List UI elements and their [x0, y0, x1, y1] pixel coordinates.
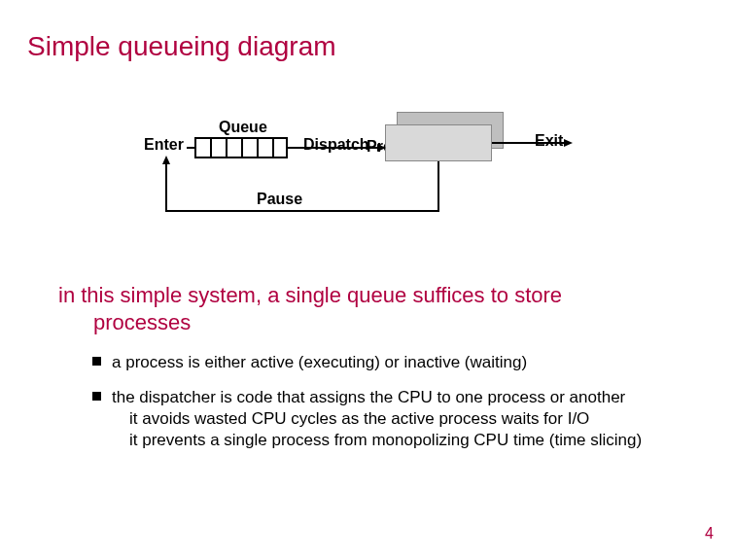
line-processor-to-exit — [492, 142, 566, 144]
bullet-2: the dispatcher is code that assigns the … — [92, 387, 685, 451]
queueing-diagram: Enter Queue Dispatch Processor Exit Paus… — [0, 0, 735, 560]
line-feedback-up — [165, 163, 167, 212]
body-paragraph: in this simple system, a single queue su… — [58, 282, 681, 335]
queue-box — [194, 137, 288, 158]
label-pause: Pause — [257, 191, 302, 208]
line-feedback-down — [438, 161, 439, 212]
processor-box-back — [397, 112, 504, 149]
slide-title: Simple queueing diagram — [27, 31, 336, 62]
label-dispatch: Dispatch — [303, 136, 369, 154]
bullet-2-text: the dispatcher is code that assigns the … — [112, 388, 625, 406]
bullet-1: a process is either active (executing) o… — [92, 352, 685, 373]
label-enter: Enter — [144, 136, 184, 154]
label-exit: Exit — [535, 132, 563, 150]
body-line-1: in this simple system, a single queue su… — [58, 283, 562, 307]
arrow-dispatch — [377, 144, 386, 152]
processor-box-front — [385, 124, 492, 161]
line-feedback-across — [165, 210, 439, 212]
arrow-feedback — [162, 156, 170, 164]
line-enter-to-queue — [187, 147, 194, 149]
bullet-list: a process is either active (executing) o… — [92, 352, 685, 465]
bullet-2-sub1: it avoids wasted CPU cycles as the activ… — [112, 408, 685, 430]
arrow-exit — [564, 139, 573, 147]
label-processor: Processor — [367, 138, 442, 156]
bullet-2-sub2: it prevents a single process from monopo… — [112, 430, 685, 451]
body-line-2: processes — [58, 309, 191, 336]
label-queue: Queue — [219, 119, 267, 136]
line-queue-to-processor — [288, 147, 379, 149]
page-number: 4 — [705, 525, 714, 542]
bullet-1-text: a process is either active (executing) o… — [112, 353, 527, 371]
